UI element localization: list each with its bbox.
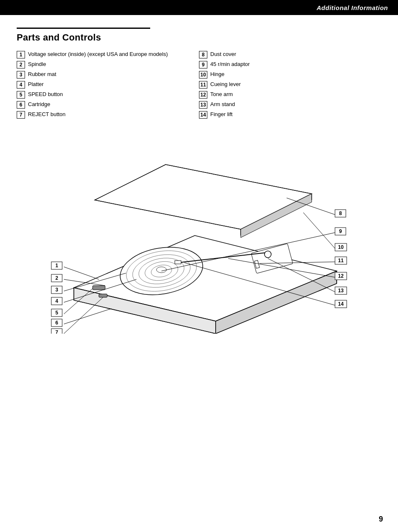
svg-text:4: 4 — [55, 298, 58, 304]
list-item: 6Cartridge — [17, 101, 199, 109]
part-number: 2 — [17, 61, 25, 68]
header-title: Additional Information — [317, 4, 388, 11]
svg-text:6: 6 — [55, 320, 58, 326]
section-title: Parts and Controls — [17, 32, 150, 43]
part-number: 6 — [17, 101, 25, 109]
list-item: 13Arm stand — [199, 101, 381, 109]
part-number: 11 — [199, 81, 207, 89]
part-label: Arm stand — [210, 101, 235, 108]
main-content: Parts and Controls 1Voltage selector (in… — [0, 15, 398, 342]
parts-col-left: 1Voltage selector (inside) (except USA a… — [17, 51, 199, 121]
part-number: 4 — [17, 81, 25, 89]
part-number: 12 — [199, 91, 207, 99]
parts-col-right: 8Dust cover945 r/min adaptor10Hinge11Cue… — [199, 51, 381, 121]
svg-text:14: 14 — [338, 301, 344, 307]
svg-marker-16 — [95, 165, 312, 229]
part-number: 5 — [17, 91, 25, 99]
part-number: 1 — [17, 51, 25, 58]
svg-text:2: 2 — [55, 275, 58, 281]
svg-text:11: 11 — [338, 258, 344, 263]
list-item: 1Voltage selector (inside) (except USA a… — [17, 51, 199, 58]
svg-text:9: 9 — [339, 228, 342, 234]
part-number: 10 — [199, 71, 207, 79]
svg-text:3: 3 — [55, 287, 58, 293]
svg-text:13: 13 — [338, 288, 344, 294]
diagram-area: 1 2 3 4 5 6 7 — [17, 129, 381, 334]
svg-text:5: 5 — [55, 310, 58, 316]
list-item: 10Hinge — [199, 71, 381, 79]
list-item: 8Dust cover — [199, 51, 381, 58]
part-label: Tone arm — [210, 91, 233, 98]
list-item: 12Tone arm — [199, 91, 381, 99]
part-label: Dust cover — [210, 51, 236, 58]
svg-line-26 — [64, 267, 99, 279]
part-label: 45 r/min adaptor — [210, 61, 250, 68]
svg-point-15 — [264, 251, 271, 258]
part-number: 8 — [199, 51, 207, 58]
list-item: 4Platter — [17, 81, 199, 89]
svg-rect-23 — [93, 286, 105, 290]
svg-text:12: 12 — [338, 273, 344, 279]
part-label: SPEED button — [28, 91, 63, 98]
list-item: 7REJECT button — [17, 111, 199, 119]
svg-text:10: 10 — [338, 244, 344, 250]
part-number: 13 — [199, 101, 207, 109]
svg-rect-24 — [99, 294, 107, 297]
part-label: Cartridge — [28, 101, 50, 108]
svg-line-53 — [303, 213, 335, 248]
svg-text:1: 1 — [55, 263, 58, 269]
header-bar: Additional Information — [0, 0, 398, 15]
svg-rect-13 — [175, 261, 181, 264]
svg-text:7: 7 — [55, 329, 58, 334]
svg-line-41 — [64, 309, 111, 324]
list-item: 3Rubber mat — [17, 71, 199, 79]
list-item: 945 r/min adaptor — [199, 61, 381, 68]
section-header: Parts and Controls — [17, 28, 150, 43]
parts-list: 1Voltage selector (inside) (except USA a… — [17, 51, 381, 121]
svg-text:8: 8 — [339, 210, 342, 216]
list-item: 11Cueing lever — [199, 81, 381, 89]
part-label: Cueing lever — [210, 81, 241, 88]
turntable-diagram: 1 2 3 4 5 6 7 — [20, 129, 378, 334]
part-number: 9 — [199, 61, 207, 68]
part-label: REJECT button — [28, 111, 65, 118]
part-label: Hinge — [210, 71, 224, 78]
svg-point-25 — [156, 267, 166, 273]
part-label: Platter — [28, 81, 44, 88]
part-label: Finger lift — [210, 111, 232, 118]
list-item: 14Finger lift — [199, 111, 381, 119]
part-label: Rubber mat — [28, 71, 56, 78]
list-item: 2Spindle — [17, 61, 199, 68]
part-label: Spindle — [28, 61, 46, 68]
part-number: 14 — [199, 111, 207, 119]
list-item: 5SPEED button — [17, 91, 199, 99]
part-number: 3 — [17, 71, 25, 79]
part-label: Voltage selector (inside) (except USA an… — [28, 51, 168, 58]
page-number: 9 — [379, 515, 383, 524]
part-number: 7 — [17, 111, 25, 119]
